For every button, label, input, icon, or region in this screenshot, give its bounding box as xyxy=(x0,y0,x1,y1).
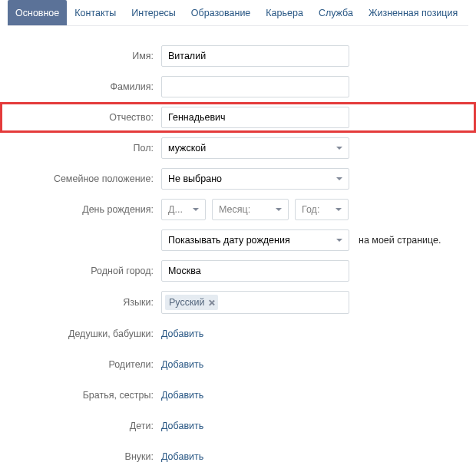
tab-main[interactable]: Основное xyxy=(8,0,67,25)
language-token-label: Русский xyxy=(169,297,204,308)
label-patronymic: Отчество: xyxy=(8,112,161,123)
chevron-down-icon xyxy=(336,208,342,211)
first-name-input[interactable] xyxy=(161,45,349,67)
chevron-down-icon xyxy=(193,208,199,211)
label-languages: Языки: xyxy=(8,297,161,308)
tab-interests[interactable]: Интересы xyxy=(124,0,183,25)
label-gender: Пол: xyxy=(8,143,161,153)
profile-form: Имя: Фамилия: Отчество: Пол: мужской xyxy=(8,26,468,472)
chevron-down-icon xyxy=(336,147,342,150)
add-grandchildren-link[interactable]: Добавить xyxy=(161,451,203,462)
tab-military[interactable]: Служба xyxy=(311,0,361,25)
label-first-name: Имя: xyxy=(8,51,161,61)
label-parents: Родители: xyxy=(8,359,161,370)
bday-day-select[interactable]: Д... xyxy=(161,199,206,220)
label-grandparents: Дедушки, бабушки: xyxy=(8,328,161,339)
add-parents-link[interactable]: Добавить xyxy=(161,359,203,370)
gender-select-value: мужской xyxy=(168,143,206,153)
tab-education[interactable]: Образование xyxy=(183,0,258,25)
chevron-down-icon xyxy=(336,177,342,180)
bday-visibility-select[interactable]: Показывать дату рождения xyxy=(161,229,349,251)
language-token[interactable]: Русский xyxy=(165,295,218,310)
label-marital: Семейное положение: xyxy=(8,173,161,184)
tab-position[interactable]: Жизненная позиция xyxy=(361,0,465,25)
bday-month-select[interactable]: Месяц: xyxy=(212,199,289,220)
tab-career[interactable]: Карьера xyxy=(258,0,311,25)
gender-select[interactable]: мужской xyxy=(161,137,349,159)
label-children: Дети: xyxy=(8,421,161,431)
tab-contacts[interactable]: Контакты xyxy=(67,0,124,25)
bday-visibility-value: Показывать дату рождения xyxy=(168,235,290,246)
close-icon[interactable] xyxy=(209,300,214,305)
add-children-link[interactable]: Добавить xyxy=(161,421,203,431)
hometown-input[interactable] xyxy=(161,260,349,282)
label-grandchildren: Внуки: xyxy=(8,451,161,462)
bday-year-select[interactable]: Год: xyxy=(295,199,349,220)
tabs: Основное Контакты Интересы Образование К… xyxy=(8,0,468,26)
marital-select-value: Не выбрано xyxy=(168,173,222,184)
label-last-name: Фамилия: xyxy=(8,81,161,92)
patronymic-input[interactable] xyxy=(161,107,349,128)
label-siblings: Братья, сестры: xyxy=(8,390,161,401)
label-hometown: Родной город: xyxy=(8,266,161,276)
bday-day-value: Д... xyxy=(168,204,183,215)
add-siblings-link[interactable]: Добавить xyxy=(161,390,203,401)
chevron-down-icon xyxy=(276,208,282,211)
chevron-down-icon xyxy=(336,239,342,242)
bday-visibility-suffix: на моей странице. xyxy=(359,235,441,246)
label-birthday: День рождения: xyxy=(8,204,161,215)
bday-month-value: Месяц: xyxy=(219,204,250,215)
add-grandparents-link[interactable]: Добавить xyxy=(161,328,203,339)
last-name-input[interactable] xyxy=(161,76,349,97)
bday-year-value: Год: xyxy=(302,204,319,215)
languages-input[interactable]: Русский xyxy=(161,291,349,314)
marital-select[interactable]: Не выбрано xyxy=(161,168,349,190)
